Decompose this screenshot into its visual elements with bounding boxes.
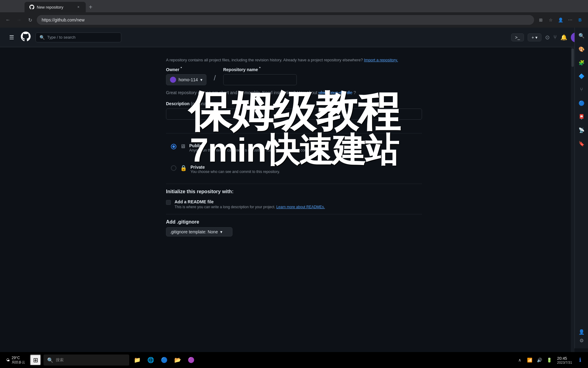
owner-dropdown-icon: ▾ (200, 77, 202, 82)
new-tab-button[interactable]: + (86, 2, 96, 12)
gitignore-dropdown-icon: ▾ (220, 229, 222, 234)
tray-battery-icon[interactable]: 🔋 (545, 356, 553, 364)
issues-button[interactable]: ⊙ (545, 34, 550, 41)
private-text: Private You choose who can see and commi… (190, 165, 280, 174)
notification-center-button[interactable]: ℹ (576, 356, 584, 364)
bing-button[interactable]: B (576, 16, 584, 24)
nav-actions: >_ + ▾ ⊙ ⑂ 🔔 H (511, 33, 581, 42)
toolbar-actions: ⊞ ☆ 👤 ⋯ B (537, 16, 584, 24)
tab-title: New repository (37, 5, 63, 10)
sidebar-debug-icon[interactable]: 🔷 (577, 72, 586, 80)
sidebar-settings-icon[interactable]: ⚙ (577, 336, 586, 345)
sidebar-search-icon[interactable]: 🔍 (577, 31, 586, 40)
scrollbar-thumb[interactable] (571, 48, 574, 67)
gitignore-label: Add .gitignore (166, 219, 422, 225)
main-area: 保姆级教程 7min快速建站 A repository contains all… (0, 47, 588, 246)
github-nav: ☰ 🔍 Type / to search >_ + ▾ ⊙ ⑂ 🔔 H (0, 28, 588, 47)
weather-icon: 🌤 (6, 358, 10, 362)
address-bar[interactable] (37, 15, 534, 25)
gitignore-template-text: .gitignore template: None (170, 229, 218, 234)
sidebar-remote-icon[interactable]: 📡 (577, 126, 586, 134)
readme-label: Add a README file (175, 199, 325, 204)
inbox-button[interactable]: 🔔 (560, 34, 567, 41)
github-favicon-icon (29, 5, 34, 10)
sidebar-bookmark-icon[interactable]: 🔖 (577, 139, 586, 148)
owner-name: homo-114 (179, 77, 198, 82)
tray-network-icon[interactable]: 📶 (525, 356, 534, 364)
suggestion-text: Great repository names are short and mem… (166, 90, 422, 95)
repo-name-input[interactable] (223, 74, 297, 85)
import-link[interactable]: Import a repository. (364, 58, 398, 62)
more-button[interactable]: ⋯ (566, 16, 575, 24)
weather-desc: 局部多云 (12, 360, 25, 365)
taskbar-explorer-icon[interactable]: 📁 (132, 355, 143, 366)
sidebar-extension-icon[interactable]: 🧩 (577, 58, 586, 67)
sidebar-account-icon[interactable]: 👤 (577, 328, 586, 336)
taskbar-tray: ∧ 📶 🔊 🔋 20:45 2023/7/31 ℹ (515, 356, 584, 364)
taskbar-start-button[interactable]: ⊞ (30, 355, 41, 366)
private-radio[interactable] (171, 165, 176, 171)
description-input[interactable] (166, 109, 422, 120)
taskbar: 🌤 29°C 局部多云 ⊞ 🔍 搜索 📁 🌐 🔵 📂 🟣 ∧ 📶 🔊 🔋 20:… (0, 352, 588, 368)
sidebar-sync-icon[interactable]: 🔵 (577, 99, 586, 107)
weather-info: 29°C 局部多云 (12, 356, 25, 365)
weather-widget: 🌤 29°C 局部多云 (4, 355, 28, 366)
sidebar-right: 🔍 🎨 🧩 🔷 ⑂ 🔵 📮 📡 🔖 👤 ⚙ (575, 28, 588, 348)
taskbar-date: 2023/7/31 (557, 361, 572, 364)
taskbar-search-text: 搜索 (56, 357, 64, 363)
taskbar-edge-icon[interactable]: 🔵 (159, 355, 170, 366)
slash-divider: / (214, 72, 216, 83)
profile-button[interactable]: 👤 (556, 16, 565, 24)
active-tab[interactable]: New repository × (24, 2, 86, 12)
owner-repo-row: Owner * homo-114 ▾ / Repository name * (166, 66, 422, 86)
readme-desc: This is where you can write a long descr… (175, 205, 325, 209)
owner-select[interactable]: homo-114 ▾ (166, 74, 206, 85)
taskbar-clock[interactable]: 20:45 2023/7/31 (557, 356, 572, 364)
sidebar-notification-icon[interactable]: 📮 (577, 112, 586, 121)
back-button[interactable]: ← (4, 16, 12, 24)
tray-up-icon[interactable]: ∧ (515, 356, 524, 364)
private-option[interactable]: 🔒 Private You choose who can see and com… (166, 160, 422, 179)
taskbar-pinned-icons: 📁 🌐 🔵 📂 🟣 (132, 355, 197, 366)
weather-temp: 29°C (12, 356, 25, 360)
owner-label: Owner * (166, 66, 206, 72)
suggestion-link[interactable]: ubiquitous-doodle (318, 90, 353, 95)
slash-sep: / (214, 66, 216, 86)
public-icon: 🖥 (180, 143, 186, 150)
terminal-button[interactable]: >_ (511, 33, 524, 41)
sidebar-paint-icon[interactable]: 🎨 (577, 45, 586, 53)
github-logo[interactable] (21, 32, 31, 43)
scrollbar[interactable] (571, 47, 575, 352)
divider-3 (166, 214, 422, 214)
private-desc: You choose who can see and commit to thi… (190, 170, 280, 174)
readme-link[interactable]: Learn more about READMEs. (276, 205, 325, 209)
readme-text: Add a README file This is where you can … (175, 199, 325, 209)
taskbar-tray-icons: ∧ 📶 🔊 🔋 (515, 356, 553, 364)
tab-close-icon[interactable]: × (76, 5, 81, 10)
private-icon: 🔒 (180, 165, 187, 171)
pullrequest-button[interactable]: ⑂ (553, 34, 557, 40)
search-icon: 🔍 (40, 35, 45, 40)
taskbar-search[interactable]: 🔍 搜索 (43, 355, 129, 366)
reload-button[interactable]: ↻ (26, 16, 34, 24)
suggestion-name: ubiquitous-doodle (318, 90, 352, 95)
hamburger-menu[interactable]: ☰ (7, 33, 16, 42)
sidebar-git-icon[interactable]: ⑂ (577, 85, 586, 94)
owner-avatar-icon (170, 77, 176, 83)
public-radio[interactable] (171, 144, 176, 149)
taskbar-app-icon[interactable]: 🟣 (186, 355, 197, 366)
divider-1 (166, 133, 422, 133)
search-bar[interactable]: 🔍 Type / to search (36, 33, 121, 42)
taskbar-browser-icon[interactable]: 🌐 (145, 355, 156, 366)
tray-volume-icon[interactable]: 🔊 (535, 356, 544, 364)
star-button[interactable]: ☆ (546, 16, 555, 24)
extensions-button[interactable]: ⊞ (537, 16, 545, 24)
readme-checkbox[interactable] (166, 200, 171, 205)
repo-name-label: Repository name * (223, 66, 297, 72)
gitignore-select[interactable]: .gitignore template: None ▾ (166, 227, 232, 236)
create-button[interactable]: + ▾ (528, 33, 541, 41)
public-option[interactable]: 🖥 Public Anyone on the internet can see … (166, 138, 422, 157)
taskbar-files-icon[interactable]: 📂 (172, 355, 183, 366)
taskbar-time: 20:45 (557, 356, 572, 361)
public-text: Public Anyone on the internet can see th… (189, 143, 313, 152)
